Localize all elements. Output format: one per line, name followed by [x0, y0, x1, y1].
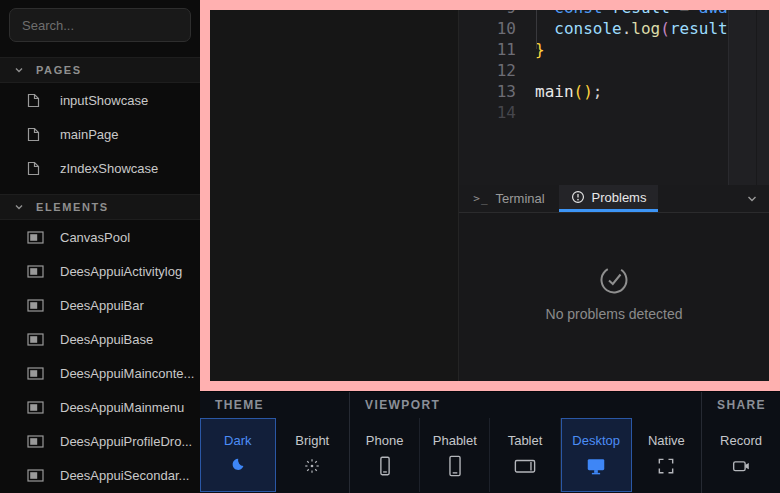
code-line: 9 const result = awa	[459, 10, 728, 18]
code-text: const result = awa	[516, 10, 728, 18]
button-label: Phone	[366, 433, 404, 448]
sidebar-item-label: DeesAppuiMainmenu	[60, 400, 184, 415]
toolbar-section-share: SHARE Record	[702, 392, 780, 493]
code-text: main();	[516, 81, 602, 102]
button-label: Tablet	[508, 433, 543, 448]
video-camera-icon	[730, 455, 752, 477]
button-label: Phablet	[433, 433, 477, 448]
search-wrapper	[0, 0, 200, 42]
code-text: console.log(result	[516, 18, 728, 39]
sidebar-item-label: DeesAppuiBase	[60, 332, 153, 347]
sidebar-item-deesappuibar[interactable]: DeesAppuiBar	[0, 288, 200, 322]
sidebar-item-zindexshowcase[interactable]: zIndexShowcase	[0, 151, 200, 185]
tablet-icon	[513, 455, 537, 477]
sun-icon	[303, 455, 321, 477]
line-number: 14	[459, 102, 516, 123]
element-icon	[27, 333, 45, 346]
sidebar-item-deesappuiprofiledro[interactable]: DeesAppuiProfileDro...	[0, 424, 200, 458]
terminal-prompt-icon: >_	[473, 192, 488, 205]
tab-label: Terminal	[496, 191, 545, 206]
code-editor[interactable]: 9 const result = awa 10 console.log(resu…	[459, 10, 769, 185]
tab-terminal[interactable]: >_ Terminal	[459, 185, 559, 212]
sidebar: PAGES inputShowcase mainPage zIndexShowc…	[0, 0, 200, 493]
preview-frame: 9 const result = awa 10 console.log(resu…	[200, 0, 780, 391]
button-label: Native	[648, 433, 685, 448]
sidebar-item-label: DeesAppuiBar	[60, 298, 144, 313]
sidebar-section-pages[interactable]: PAGES	[0, 57, 200, 83]
viewport-tablet-button[interactable]: Tablet	[490, 418, 560, 492]
sidebar-item-label: DeesAppuiMainconte...	[60, 366, 194, 381]
file-icon	[27, 127, 45, 142]
sidebar-item-label: zIndexShowcase	[60, 161, 158, 176]
element-icon	[27, 265, 45, 278]
sidebar-section-elements[interactable]: ELEMENTS	[0, 194, 200, 220]
scrollbar-ruler	[756, 10, 757, 185]
code-line: 12	[459, 60, 728, 81]
viewport-phablet-button[interactable]: Phablet	[420, 418, 490, 492]
no-problems-text: No problems detected	[546, 306, 683, 322]
code-lines: 9 const result = awa 10 console.log(resu…	[459, 10, 728, 123]
sidebar-item-mainpage[interactable]: mainPage	[0, 117, 200, 151]
sidebar-item-inputshowcase[interactable]: inputShowcase	[0, 83, 200, 117]
element-icon	[27, 401, 45, 414]
line-number: 11	[459, 39, 516, 60]
phablet-icon	[444, 455, 466, 477]
code-text	[516, 60, 535, 81]
line-number: 10	[459, 18, 516, 39]
sidebar-item-label: DeesAppuiProfileDro...	[60, 434, 192, 449]
element-icon	[27, 299, 45, 312]
sidebar-item-canvaspool[interactable]: CanvasPool	[0, 220, 200, 254]
code-line: 11 }	[459, 39, 728, 60]
line-number: 12	[459, 60, 516, 81]
code-text	[516, 102, 535, 123]
search-input[interactable]	[9, 8, 191, 42]
button-label: Dark	[224, 433, 251, 448]
problems-panel: No problems detected	[459, 213, 769, 381]
code-text: }	[516, 39, 545, 60]
element-icon	[27, 367, 45, 380]
sidebar-item-deesappuiactivitylog[interactable]: DeesAppuiActivitylog	[0, 254, 200, 288]
indent-guide	[536, 10, 537, 49]
theme-dark-button[interactable]: Dark	[200, 418, 276, 492]
fullscreen-icon	[656, 455, 676, 477]
section-label: PAGES	[36, 64, 82, 76]
button-label: Record	[720, 433, 762, 448]
panel-collapse-chevron-icon[interactable]	[745, 192, 759, 206]
toolbar-section-theme: THEME Dark Bright	[200, 392, 350, 493]
sidebar-item-label: DeesAppuiSecondar...	[60, 468, 189, 483]
section-label: ELEMENTS	[36, 201, 109, 213]
file-icon	[27, 161, 45, 176]
sidebar-item-deesappuibase[interactable]: DeesAppuiBase	[0, 322, 200, 356]
editor-scrollbar[interactable]	[728, 10, 769, 185]
sidebar-item-label: CanvasPool	[60, 230, 130, 245]
line-number: 9	[459, 10, 516, 18]
theme-section-label: THEME	[200, 392, 349, 418]
sidebar-item-deesappuisecondar[interactable]: DeesAppuiSecondar...	[0, 458, 200, 492]
tab-problems[interactable]: Problems	[559, 185, 658, 212]
preview-canvas[interactable]	[210, 10, 459, 381]
sidebar-item-deesappuimainmenu[interactable]: DeesAppuiMainmenu	[0, 390, 200, 424]
code-line: 13 main();	[459, 81, 728, 102]
monitor-icon	[585, 455, 607, 477]
share-record-button[interactable]: Record	[702, 418, 780, 492]
theme-bright-button[interactable]: Bright	[276, 418, 350, 492]
button-label: Bright	[295, 433, 329, 448]
viewport-native-button[interactable]: Native	[632, 418, 701, 492]
code-line: 10 console.log(result	[459, 18, 728, 39]
button-label: Desktop	[572, 433, 620, 448]
panel-tab-bar: >_ Terminal Problems	[459, 185, 769, 213]
viewport-desktop-button[interactable]: Desktop	[561, 418, 632, 492]
sidebar-item-label: mainPage	[60, 127, 119, 142]
file-icon	[27, 93, 45, 108]
phone-icon	[374, 455, 396, 477]
viewport-phone-button[interactable]: Phone	[350, 418, 420, 492]
line-number: 13	[459, 81, 516, 102]
code-line: 14	[459, 102, 728, 123]
editor-column: 9 const result = awa 10 console.log(resu…	[459, 10, 769, 381]
chevron-down-icon	[14, 202, 24, 212]
share-section-label: SHARE	[702, 392, 780, 418]
element-icon	[27, 469, 45, 482]
viewport-section-label: VIEWPORT	[350, 392, 701, 418]
preview-content: 9 const result = awa 10 console.log(resu…	[210, 10, 769, 381]
sidebar-item-deesappuimainconte[interactable]: DeesAppuiMainconte...	[0, 356, 200, 390]
